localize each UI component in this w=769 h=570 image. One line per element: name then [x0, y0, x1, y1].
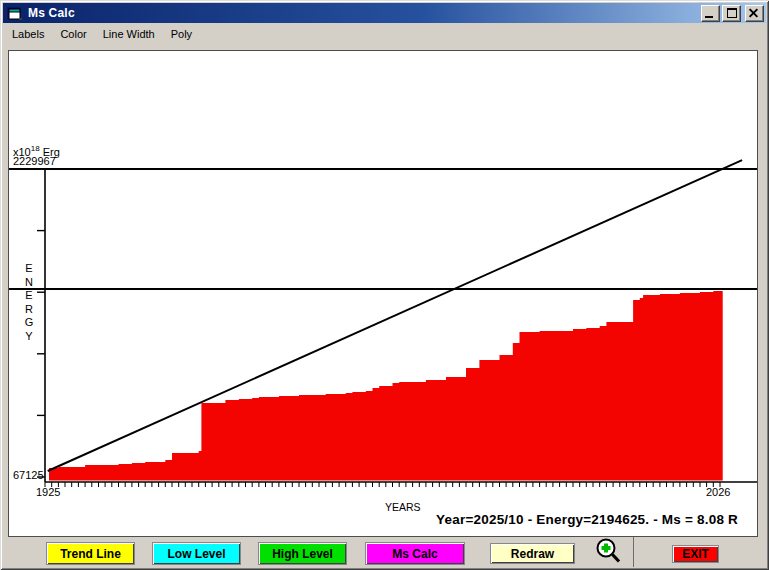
- menu-item-poly[interactable]: Poly: [163, 25, 200, 43]
- title-bar: Ms Calc: [3, 3, 766, 23]
- x-axis-title: YEARS: [385, 501, 421, 513]
- x-axis-min-label: 1925: [36, 486, 60, 498]
- exit-button[interactable]: EXIT: [672, 545, 719, 563]
- app-icon: [7, 6, 22, 21]
- status-readout: Year=2025/10 - Energy=2194625. - Ms = 8.…: [436, 512, 738, 527]
- menu-bar: LabelsColorLine WidthPoly: [3, 24, 767, 44]
- y-axis-max-label: 2229967: [13, 155, 56, 167]
- close-button[interactable]: [745, 5, 764, 22]
- toolbar-separator: [633, 537, 634, 567]
- zoom-in-button[interactable]: [592, 537, 628, 567]
- app-window: Ms Calc LabelsColorLine WidthPoly x1018 …: [0, 0, 769, 570]
- high-level-button[interactable]: High Level: [258, 542, 347, 565]
- minimize-button[interactable]: [701, 5, 720, 22]
- low-level-button[interactable]: Low Level: [152, 542, 241, 565]
- magnifier-plus-icon: [593, 537, 627, 567]
- minimize-icon: [705, 16, 713, 18]
- chart-panel: x1018 Erg 2229967 ENERGY 67125 1925 2026…: [8, 50, 758, 537]
- chart-plot: [9, 51, 757, 536]
- menu-item-labels[interactable]: Labels: [4, 25, 52, 43]
- x-axis-max-label: 2026: [706, 486, 730, 498]
- window-title: Ms Calc: [28, 6, 699, 20]
- redraw-button[interactable]: Redraw: [490, 543, 575, 564]
- maximize-icon: [727, 8, 737, 18]
- y-axis-title: ENERGY: [23, 262, 35, 343]
- menu-item-color[interactable]: Color: [52, 25, 94, 43]
- trend-line-button[interactable]: Trend Line: [46, 542, 135, 565]
- close-icon: [746, 6, 763, 21]
- menu-item-line-width[interactable]: Line Width: [95, 25, 163, 43]
- ms-calc-button[interactable]: Ms Calc: [365, 542, 465, 565]
- y-axis-min-label: 67125: [13, 469, 44, 481]
- maximize-button[interactable]: [722, 5, 741, 22]
